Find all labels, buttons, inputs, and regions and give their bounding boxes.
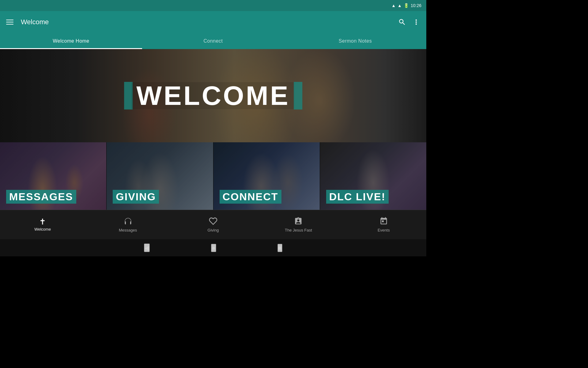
status-icons: ▲ ▲ 🔋 10:26	[391, 3, 421, 8]
cross-icon: ✝	[39, 218, 46, 226]
recent-button[interactable]: ■	[277, 244, 282, 252]
search-button[interactable]	[398, 18, 406, 26]
card-giving-label: GIVING	[116, 191, 156, 202]
card-connect-label: CONNECT	[223, 191, 278, 202]
notebook-icon	[294, 217, 303, 227]
nav-events-label: Events	[378, 228, 390, 232]
nav-welcome-label: Welcome	[34, 227, 51, 232]
search-icon	[398, 18, 406, 26]
nav-item-messages[interactable]: Messages	[85, 217, 170, 232]
signal-icon: ▲	[398, 3, 402, 8]
hero-accent-right	[294, 82, 302, 109]
more-icon	[412, 18, 420, 26]
card-connect[interactable]: CONNECT	[213, 142, 320, 210]
card-dlc-label-bg: DLC LIVE!	[326, 190, 389, 204]
nav-giving-label: Giving	[208, 228, 219, 232]
card-connect-label-bg: CONNECT	[220, 190, 281, 204]
tab-bar: Welcome Home Connect Sermon Notes	[0, 33, 426, 49]
tab-connect[interactable]: Connect	[142, 33, 284, 49]
app-title: Welcome	[21, 18, 391, 26]
bottom-nav: ✝ Welcome Messages Giving The Jesus Fast	[0, 210, 426, 239]
nav-item-giving[interactable]: Giving	[171, 217, 256, 232]
card-messages-label-container: MESSAGES	[6, 190, 100, 204]
nav-item-welcome[interactable]: ✝ Welcome	[0, 218, 85, 232]
card-dlc-label-container: DLC LIVE!	[326, 190, 420, 204]
hero-welcome-text: WELCOME	[131, 82, 295, 109]
card-messages-label-bg: MESSAGES	[6, 190, 76, 204]
nav-item-jesus-fast[interactable]: The Jesus Fast	[256, 217, 341, 232]
app-bar: Welcome	[0, 11, 426, 33]
card-messages[interactable]: MESSAGES	[0, 142, 107, 210]
card-connect-label-container: CONNECT	[220, 190, 314, 204]
home-button[interactable]: ●	[211, 244, 216, 252]
hero-section: WELCOME	[0, 49, 426, 142]
back-button[interactable]: ◀	[144, 243, 150, 252]
card-giving-label-container: GIVING	[113, 190, 207, 204]
heart-icon	[209, 217, 217, 227]
tab-welcome-home[interactable]: Welcome Home	[0, 33, 142, 49]
battery-icon: 🔋	[404, 3, 409, 8]
wifi-icon: ▲	[391, 3, 396, 8]
card-dlc-label: DLC LIVE!	[329, 191, 386, 202]
more-button[interactable]	[412, 18, 420, 26]
hero-text-container: WELCOME	[124, 82, 302, 109]
app-bar-icons	[398, 18, 420, 26]
nav-messages-label: Messages	[119, 228, 137, 232]
status-bar: ▲ ▲ 🔋 10:26	[0, 0, 426, 11]
calendar-icon	[379, 217, 388, 227]
menu-button[interactable]	[6, 20, 13, 25]
cards-grid: MESSAGES GIVING CONNECT DLC LIVE!	[0, 142, 426, 210]
card-giving-label-bg: GIVING	[113, 190, 159, 204]
card-giving[interactable]: GIVING	[107, 142, 213, 210]
headphones-icon	[124, 217, 132, 227]
tab-sermon-notes[interactable]: Sermon Notes	[284, 33, 426, 49]
system-nav-bar: ◀ ● ■	[0, 239, 426, 256]
time-display: 10:26	[411, 3, 421, 8]
nav-jesus-fast-label: The Jesus Fast	[285, 228, 312, 232]
card-dlc-live[interactable]: DLC LIVE!	[320, 142, 426, 210]
card-messages-label: MESSAGES	[9, 191, 73, 202]
nav-item-events[interactable]: Events	[341, 217, 426, 232]
hamburger-icon	[6, 20, 13, 25]
